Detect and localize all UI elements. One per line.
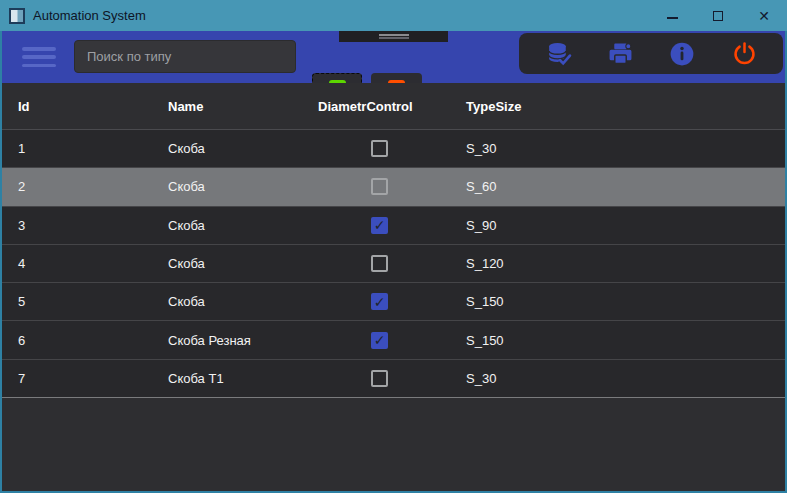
cell-id: 3 (2, 218, 150, 233)
search-input[interactable] (74, 40, 296, 73)
cell-diametrcontrol (300, 178, 450, 195)
cell-id: 4 (2, 256, 150, 271)
cell-typesize: S_120 (450, 256, 785, 271)
cell-typesize: S_150 (450, 333, 785, 348)
cell-name: Скоба (150, 141, 300, 156)
cell-name: Скоба (150, 179, 300, 194)
info-button[interactable] (662, 37, 702, 71)
cell-typesize: S_60 (450, 179, 785, 194)
table-row[interactable]: 4 Скоба S_120 (2, 245, 785, 283)
cell-typesize: S_90 (450, 218, 785, 233)
minimize-button[interactable] (649, 0, 695, 31)
cell-diametrcontrol (300, 332, 450, 349)
database-check-button[interactable] (538, 37, 578, 71)
maximize-icon (713, 11, 723, 21)
cell-diametrcontrol (300, 293, 450, 310)
diametr-control-checkbox[interactable] (371, 332, 388, 349)
maximize-button[interactable] (695, 0, 741, 31)
cell-name: Скоба (150, 218, 300, 233)
diametr-control-checkbox[interactable] (371, 217, 388, 234)
cell-name: Скоба (150, 294, 300, 309)
diametr-control-checkbox[interactable] (371, 293, 388, 310)
database-check-icon (545, 40, 572, 67)
cell-name: Скоба Т1 (150, 371, 300, 386)
info-icon (669, 41, 695, 67)
power-icon (732, 41, 757, 66)
window-title: Automation System (33, 8, 146, 23)
cell-typesize: S_30 (450, 141, 785, 156)
cell-diametrcontrol (300, 255, 450, 272)
printer-icon (608, 41, 633, 66)
cell-id: 7 (2, 371, 150, 386)
cell-id: 1 (2, 141, 150, 156)
app-window: Automation System ✕ (0, 0, 787, 493)
menu-button[interactable] (22, 47, 56, 67)
column-header-typesize[interactable]: TypeSize (450, 99, 785, 114)
diametr-control-checkbox[interactable] (371, 255, 388, 272)
table-row[interactable]: 7 Скоба Т1 S_30 (2, 360, 785, 398)
grip-lines-icon (379, 34, 409, 36)
app-icon (9, 8, 25, 24)
cell-id: 5 (2, 294, 150, 309)
column-header-diametrcontrol[interactable]: DiametrControl (300, 99, 450, 114)
column-header-id[interactable]: Id (2, 99, 150, 114)
minimize-icon (667, 17, 678, 19)
print-button[interactable] (600, 37, 640, 71)
flyout-drag-handle[interactable] (339, 31, 448, 42)
actions-panel (519, 33, 783, 74)
table-row[interactable]: 6 Скоба Резная S_150 (2, 321, 785, 359)
table-row[interactable]: 2 Скоба S_60 (2, 168, 785, 206)
close-icon: ✕ (758, 9, 770, 23)
cell-diametrcontrol (300, 217, 450, 234)
close-button[interactable]: ✕ (741, 0, 787, 31)
diametr-control-checkbox[interactable] (371, 140, 388, 157)
diametr-control-checkbox[interactable] (371, 178, 388, 195)
cell-name: Скоба (150, 256, 300, 271)
table-row[interactable]: 5 Скоба S_150 (2, 283, 785, 321)
title-bar: Automation System ✕ (0, 0, 787, 31)
cell-id: 6 (2, 333, 150, 348)
cell-typesize: S_30 (450, 371, 785, 386)
hamburger-icon (22, 47, 56, 51)
cell-id: 2 (2, 179, 150, 194)
window-controls: ✕ (649, 0, 787, 31)
table-body: 1 Скоба S_30 2 Скоба S_60 3 Скоба S_90 (2, 130, 785, 398)
table-row[interactable]: 1 Скоба S_30 (2, 130, 785, 168)
diametr-control-checkbox[interactable] (371, 370, 388, 387)
column-header-name[interactable]: Name (150, 99, 300, 114)
cell-name: Скоба Резная (150, 333, 300, 348)
cell-diametrcontrol (300, 140, 450, 157)
table-row[interactable]: 3 Скоба S_90 (2, 207, 785, 245)
cell-diametrcontrol (300, 370, 450, 387)
table-header: Id Name DiametrControl TypeSize (2, 83, 785, 130)
power-button[interactable] (724, 37, 764, 71)
cell-typesize: S_150 (450, 294, 785, 309)
